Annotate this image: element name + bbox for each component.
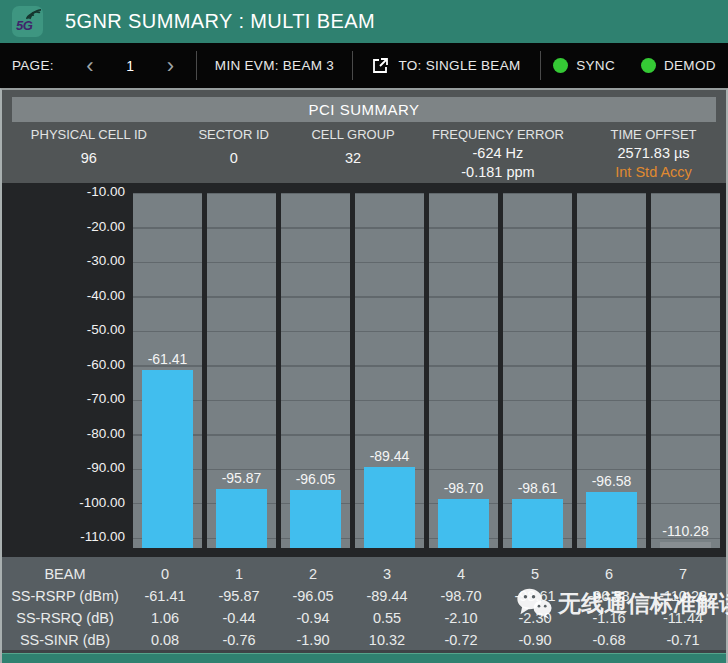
pci-field-label: PHYSICAL CELL ID <box>2 126 176 144</box>
table-cell: 3 <box>350 563 424 585</box>
table-cell: 10.32 <box>350 629 424 651</box>
bar-value-label: -96.05 <box>281 471 350 487</box>
table-cell: -0.44 <box>202 607 276 629</box>
pci-fields: PHYSICAL CELL ID96SECTOR ID0CELL GROUP32… <box>2 126 726 182</box>
bar-value-label: -89.44 <box>355 448 424 464</box>
beam-table-section: BEAM01234567SS-RSRP (dBm)-61.41-95.87-96… <box>2 557 726 650</box>
y-tick-label: -90.00 <box>0 460 125 475</box>
pci-field-label: TIME OFFSET <box>581 126 726 144</box>
beam-bar <box>660 542 711 548</box>
pci-field-label: CELL GROUP <box>292 126 415 144</box>
bar-value-label: -95.87 <box>207 470 276 486</box>
pci-field: TIME OFFSET2571.83 µsInt Std Accy <box>581 126 726 182</box>
chart-panels: -61.41-95.87-96.05-89.44-98.70-98.61-96.… <box>133 193 720 548</box>
title-bar: 5G 5GNR SUMMARY : MULTI BEAM <box>0 0 728 43</box>
beam-panel-7: -110.28 <box>651 193 720 548</box>
table-cell: -2.10 <box>424 607 498 629</box>
row-label: SS-RSRQ (dB) <box>2 607 128 629</box>
beam-panel-2: -96.05 <box>281 193 350 548</box>
page-nav: PAGE: ‹ 1 › <box>0 43 196 88</box>
y-tick-label: -110.00 <box>0 529 125 544</box>
bottom-accent-bar <box>2 653 726 663</box>
table-row: BEAM01234567 <box>2 563 720 585</box>
table-cell: 0.08 <box>128 629 202 651</box>
page-number: 1 <box>126 58 134 74</box>
bar-value-label: -96.58 <box>577 473 646 489</box>
beam-bar <box>216 489 267 548</box>
demod-led-icon <box>641 58 656 73</box>
to-single-beam-button[interactable]: TO: SINGLE BEAM <box>353 43 540 88</box>
table-cell: 2 <box>276 563 350 585</box>
status-indicators: SYNC DEMOD <box>541 43 728 88</box>
table-cell: -61.41 <box>128 585 202 607</box>
bar-value-label: -98.61 <box>503 480 572 496</box>
beam-chart: -10.00-20.00-30.00-40.00-50.00-60.00-70.… <box>2 183 726 557</box>
pci-field: PHYSICAL CELL ID96 <box>2 126 176 182</box>
beam-bar <box>512 499 563 548</box>
row-label: SS-RSRP (dBm) <box>2 585 128 607</box>
pci-summary-section: PCI SUMMARY PHYSICAL CELL ID96SECTOR ID0… <box>2 90 726 183</box>
pci-field-label: FREQUENCY ERROR <box>415 126 582 144</box>
table-cell: -96.05 <box>276 585 350 607</box>
bar-value-label: -61.41 <box>133 351 202 367</box>
table-cell: 5 <box>498 563 572 585</box>
y-tick-label: -30.00 <box>0 253 125 268</box>
page-title: 5GNR SUMMARY : MULTI BEAM <box>65 10 375 33</box>
beam-panel-4: -98.70 <box>429 193 498 548</box>
table-cell: -110.28 <box>646 585 720 607</box>
external-link-icon <box>372 57 389 74</box>
page-prev-button[interactable]: ‹ <box>82 55 97 77</box>
y-axis: -10.00-20.00-30.00-40.00-50.00-60.00-70.… <box>2 183 128 557</box>
y-tick-label: -50.00 <box>0 322 125 337</box>
beam-bar <box>438 499 489 548</box>
table-cell: -2.30 <box>498 607 572 629</box>
table-cell: -89.44 <box>350 585 424 607</box>
signal-wave-icon <box>24 9 41 22</box>
table-cell: 4 <box>424 563 498 585</box>
min-evm-indicator: MIN EVM: BEAM 3 <box>197 43 352 88</box>
beam-panel-5: -98.61 <box>503 193 572 548</box>
table-row: SS-SINR (dB)0.08-0.76-1.9010.32-0.72-0.9… <box>2 629 720 651</box>
page-next-button[interactable]: › <box>163 55 178 77</box>
y-tick-label: -40.00 <box>0 288 125 303</box>
y-tick-label: -70.00 <box>0 391 125 406</box>
bar-value-label: -98.70 <box>429 480 498 496</box>
beam-table: BEAM01234567SS-RSRP (dBm)-61.41-95.87-96… <box>2 563 726 651</box>
table-cell: 0 <box>128 563 202 585</box>
pci-summary-header: PCI SUMMARY <box>12 97 716 122</box>
y-tick-label: -10.00 <box>0 184 125 199</box>
beam-bar <box>364 467 415 548</box>
table-cell: 6 <box>572 563 646 585</box>
beam-bar <box>290 490 341 548</box>
to-single-beam-label: TO: SINGLE BEAM <box>398 58 520 73</box>
demod-indicator: DEMOD <box>641 58 716 73</box>
pci-field: FREQUENCY ERROR-624 Hz-0.181 ppm <box>415 126 582 182</box>
sync-label: SYNC <box>576 58 615 73</box>
sync-led-icon <box>553 58 568 73</box>
table-cell: -0.94 <box>276 607 350 629</box>
table-cell: 0.55 <box>350 607 424 629</box>
min-evm-label: MIN EVM: BEAM 3 <box>215 58 334 73</box>
pci-field-subvalue: Int Std Accy <box>581 163 726 182</box>
demod-label: DEMOD <box>664 58 716 73</box>
pci-field-label: SECTOR ID <box>176 126 292 144</box>
beam-panel-1: -95.87 <box>207 193 276 548</box>
y-tick-label: -20.00 <box>0 219 125 234</box>
bar-value-label: -110.28 <box>651 523 720 539</box>
pci-field-value: 2571.83 µs <box>581 144 726 163</box>
content-frame: PCI SUMMARY PHYSICAL CELL ID96SECTOR ID0… <box>0 88 728 663</box>
table-cell: -95.87 <box>202 585 276 607</box>
table-cell: -11.44 <box>646 607 720 629</box>
table-row: SS-RSRQ (dB)1.06-0.44-0.940.55-2.10-2.30… <box>2 607 720 629</box>
table-cell: -0.68 <box>572 629 646 651</box>
table-cell: 1 <box>202 563 276 585</box>
row-label: BEAM <box>2 563 128 585</box>
pci-field-value: 32 <box>292 149 415 168</box>
table-cell: -0.71 <box>646 629 720 651</box>
table-cell: -1.90 <box>276 629 350 651</box>
beam-bar <box>142 370 193 548</box>
5g-logo-icon: 5G <box>12 6 43 37</box>
row-label: SS-SINR (dB) <box>2 629 128 651</box>
table-cell: -0.72 <box>424 629 498 651</box>
table-cell: -98.70 <box>424 585 498 607</box>
